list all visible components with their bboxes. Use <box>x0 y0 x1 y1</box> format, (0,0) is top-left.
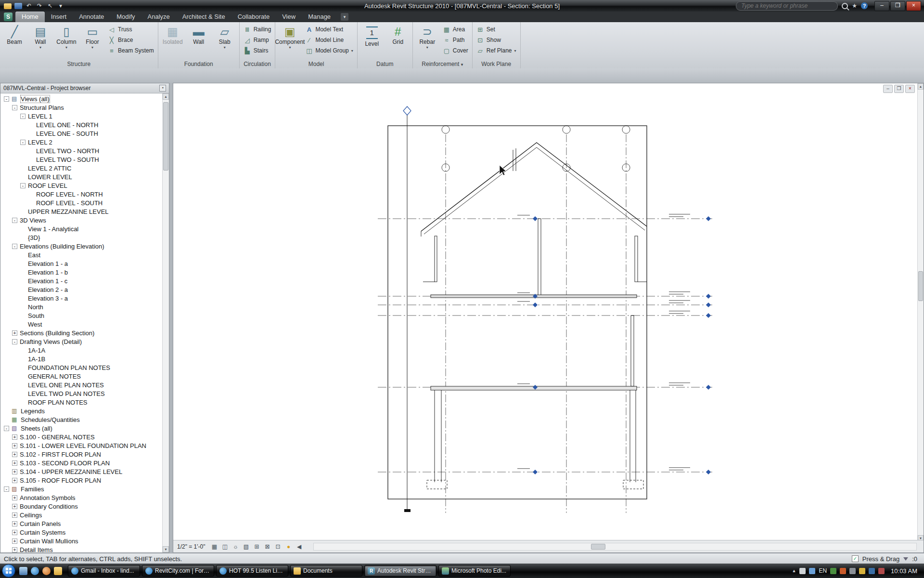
tree-item[interactable]: ROOF LEVEL - NORTH <box>0 190 163 198</box>
expander-icon[interactable] <box>4 486 9 492</box>
sun-path-icon[interactable]: ☼ <box>231 542 241 552</box>
tree-item[interactable]: {3D} <box>0 233 163 242</box>
tree-item[interactable]: LEVEL TWO PLAN NOTES <box>0 389 163 398</box>
ribbon-tab[interactable]: Analyze <box>141 12 176 22</box>
path-reinforcement-button[interactable]: ≈ Path <box>441 35 470 45</box>
tree-item[interactable]: West <box>0 320 163 328</box>
tree-item[interactable]: LEVEL ONE - SOUTH <box>0 129 163 138</box>
expander-icon[interactable] <box>12 330 17 336</box>
reveal-hidden-icon[interactable]: ● <box>283 542 294 552</box>
ramp-button[interactable]: ◿ Ramp <box>242 35 273 45</box>
canvas-horizontal-scrollbar[interactable] <box>313 543 917 551</box>
tree-item[interactable]: S.102 - FIRST FLOOR PLAN <box>0 450 163 459</box>
expander-icon[interactable] <box>12 547 17 552</box>
tree-item[interactable]: Curtain Wall Mullions <box>0 537 163 545</box>
expander-icon[interactable] <box>12 218 17 223</box>
taskbar-button[interactable]: Autodesk Revit Stru... <box>364 565 436 577</box>
temporary-hide-isolate-icon[interactable]: ⊡ <box>273 542 283 552</box>
tree-item[interactable]: ROOF LEVEL - SOUTH <box>0 198 163 207</box>
ribbon-tab[interactable]: Insert <box>45 12 73 22</box>
expander-icon[interactable] <box>12 244 17 249</box>
isolated-foundation-button[interactable]: ▦ Isolated <box>160 24 185 46</box>
browser-scrollbar[interactable]: ▲ ▼ <box>162 93 169 552</box>
tree-item[interactable]: Sheets (all) <box>0 424 163 433</box>
tree-item[interactable]: East <box>0 250 163 259</box>
qat-customize-icon[interactable]: ▾ <box>57 2 64 10</box>
expander-icon[interactable] <box>12 434 17 440</box>
undo-icon[interactable]: ↶ <box>25 2 33 10</box>
tree-item[interactable]: Legends <box>0 407 163 415</box>
tree-item[interactable]: Detail Items <box>0 545 163 552</box>
tree-item[interactable]: LOWER LEVEL <box>0 172 163 181</box>
scroll-up-icon[interactable]: ▲ <box>163 93 169 100</box>
tree-item[interactable]: S.100 - GENERAL NOTES <box>0 433 163 441</box>
tray-volume-icon[interactable] <box>799 568 806 574</box>
press-drag-checkbox[interactable]: ✓ <box>852 555 859 562</box>
explorer-icon[interactable] <box>54 567 62 575</box>
tree-item[interactable]: Elevation 1 - c <box>0 276 163 285</box>
ribbon-tab[interactable]: Collaborate <box>231 12 276 22</box>
ribbon-tab[interactable]: Annotate <box>73 12 110 22</box>
tree-item[interactable]: LEVEL 1 <box>0 112 163 120</box>
floor-button[interactable]: ▭ Floor ▾ <box>80 24 105 51</box>
expander-icon[interactable] <box>20 114 26 119</box>
view-restore-button[interactable]: ❐ <box>894 85 904 93</box>
rebar-cover-button[interactable]: ▢ Cover <box>441 45 470 56</box>
expander-icon[interactable] <box>12 452 17 457</box>
expander-icon[interactable] <box>12 504 17 509</box>
model-text-button[interactable]: A Model Text <box>303 24 355 35</box>
tree-item[interactable]: Elevation 1 - b <box>0 268 163 276</box>
tree-item[interactable]: South <box>0 311 163 320</box>
view-minimize-button[interactable]: – <box>883 85 893 93</box>
tree-item[interactable]: Boundary Conditions <box>0 502 163 511</box>
tree-item[interactable]: FOUNDATION PLAN NOTES <box>0 363 163 372</box>
component-button[interactable]: ▣ Component ▾ <box>277 24 302 51</box>
scrollbar-thumb[interactable] <box>163 102 168 171</box>
expander-icon[interactable] <box>12 478 17 483</box>
close-button[interactable]: × <box>906 1 921 11</box>
application-menu-icon[interactable]: S <box>4 13 13 21</box>
taskbar-button[interactable]: Documents <box>290 565 362 577</box>
tray-messenger-icon[interactable] <box>859 568 865 574</box>
expander-icon[interactable] <box>12 443 17 448</box>
model-group-button[interactable]: ◫ Model Group ▾ <box>303 45 355 56</box>
tree-item[interactable]: LEVEL 2 <box>0 138 163 146</box>
media-player-icon[interactable] <box>42 567 51 575</box>
tree-item[interactable]: Drafting Views (Detail) <box>0 337 163 346</box>
tree-item[interactable]: 1A-1B <box>0 355 163 363</box>
tray-power-icon[interactable] <box>878 568 885 574</box>
beam-system-button[interactable]: ≡ Beam System <box>106 45 156 56</box>
ribbon-tab[interactable]: Home <box>15 12 45 22</box>
tree-item[interactable]: North <box>0 302 163 311</box>
expander-icon[interactable] <box>12 530 17 535</box>
expander-icon[interactable] <box>4 426 9 431</box>
minimize-button[interactable]: – <box>874 1 889 11</box>
ribbon-group-label-foundation[interactable]: Foundation <box>160 60 237 68</box>
detail-level-icon[interactable]: ▦ <box>209 542 220 552</box>
tree-item[interactable]: Ceilings <box>0 511 163 519</box>
crop-view-icon[interactable]: ⊞ <box>252 542 262 552</box>
ribbon-group-label-circulation[interactable]: Circulation <box>242 60 273 68</box>
tree-item[interactable]: LEVEL ONE - NORTH <box>0 120 163 129</box>
subscription-star-icon[interactable]: ★ <box>852 2 857 9</box>
expander-icon[interactable] <box>12 469 17 474</box>
tree-item[interactable]: 1A-1A <box>0 346 163 355</box>
scroll-down-icon[interactable]: ▼ <box>163 546 169 552</box>
ribbon-tab[interactable]: Manage <box>302 12 337 22</box>
rebar-button[interactable]: ⊃ Rebar ▾ <box>415 24 440 51</box>
tree-item[interactable]: Elevation 1 - a <box>0 259 163 268</box>
ribbon-group-label-work-plane[interactable]: Work Plane <box>475 60 518 68</box>
view-scale-button[interactable]: 1/2" = 1'-0" <box>173 543 209 550</box>
open-icon[interactable] <box>4 3 12 9</box>
ribbon-minimize-toggle[interactable]: ▾ <box>341 13 348 21</box>
column-button[interactable]: ▯ Column ▾ <box>54 24 79 51</box>
shadows-icon[interactable]: ▧ <box>241 542 252 552</box>
tree-item[interactable]: GENERAL NOTES <box>0 372 163 381</box>
tree-item[interactable]: Curtain Systems <box>0 528 163 537</box>
tree-item[interactable]: Sections (Building Section) <box>0 328 163 337</box>
ref-plane-button[interactable]: ▱ Ref Plane ▾ <box>475 45 518 56</box>
tree-item[interactable]: View 1 - Analytical <box>0 224 163 233</box>
save-icon[interactable] <box>14 3 22 9</box>
wall-button[interactable]: ▤ Wall ▾ <box>28 24 53 51</box>
expander-icon[interactable] <box>20 140 26 145</box>
